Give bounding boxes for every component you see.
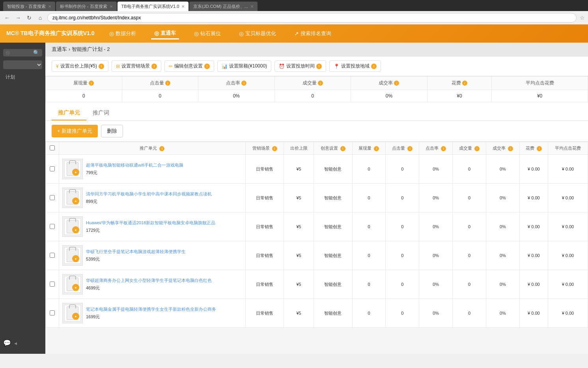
row-spend-5: ¥ 0.00 [519,299,548,328]
row-checkbox-3[interactable] [50,253,55,258]
scene-icon: ⊞ [116,64,120,69]
row-checkbox-4[interactable] [50,282,55,287]
th-spendv-info: i [537,146,542,151]
tab-4-close[interactable]: ✕ [250,4,254,9]
th-impressions: 展现量 i [352,142,386,155]
nav-data-analysis[interactable]: ◎ 数据分析 [106,28,139,39]
row-checkbox-2[interactable] [50,224,55,229]
row-avg-spend-2: ¥ 0.00 [548,212,588,241]
tab-3[interactable]: TB电子商务推广实训系统V1.0 ✕ [118,2,189,11]
row-impressions-1: 0 [352,184,386,212]
row-clicks-4: 0 [386,270,419,299]
sidebar-search-icon[interactable]: 🔍 [33,50,39,56]
sidebar-chat-icon[interactable]: 💬 [3,339,11,347]
product-name-2[interactable]: Huawei/华为畅享平板通适2018新款智能平板电脑安卓电脑旗舰正品 [86,220,215,225]
sidebar-search-box: 🔍 [3,49,42,56]
stat-conversions: 0 [274,90,351,102]
set-budget-btn[interactable]: 📊 设置限额(¥10000) [217,60,271,72]
row-checkbox-cell [46,299,59,328]
breadcrumb: 直通车 › 智能推广计划 - 2 [45,43,588,56]
row-checkbox-0[interactable] [50,166,55,171]
tab-2-close[interactable]: ✕ [110,4,113,9]
row-avg-spend-5: ¥ 0.00 [548,299,588,328]
row-product-info-1: ● 清华同方学习机平板电脑小学生初中高中课本同步视频家教点读机 899元 [59,184,246,212]
row-bid-3: ¥5 [284,241,314,270]
browser-tabs: 智能投放 - 百度搜索 ✕ 标书制作的分 - 百度搜索 ✕ TB电子商务推广实训… [0,0,588,11]
sidebar-menu-plan[interactable]: 计划 [0,71,45,84]
product-image-5: ● [62,303,83,323]
set-schedule-btn[interactable]: ⏰ 设置投放时间 ! [274,60,326,72]
top-nav: MC® TB电子商务推广实训系统V1.0 ◎ 数据分析 ◎ 直通车 ◎ 钻石展位… [0,24,588,43]
row-checkbox-5[interactable] [50,310,55,315]
tab-promotion-unit[interactable]: 推广单元 [52,106,86,120]
row-checkbox-cell [46,212,59,241]
set-bid-ceiling-btn[interactable]: ¥ 设置出价上限(¥5) ! [52,60,108,72]
new-promotion-unit-btn[interactable]: + 新建推广单元 [52,125,98,137]
product-name-5[interactable]: 笔记本电脑金属手提电脑轻薄便携学生女生手新款粉色全新办公商务 [86,307,216,312]
bid-icon: ¥ [56,64,59,69]
set-region-btn[interactable]: 📍 设置投放地域 ! [329,60,381,72]
home-button[interactable]: ⌂ [36,14,44,22]
row-ctr-3: 0% [419,241,453,270]
edit-creative-btn[interactable]: ✏ 编辑创意设置 ! [164,60,214,72]
app-wrapper: MC® TB电子商务推广实训系统V1.0 ◎ 数据分析 ◎ 直通车 ◎ 钻石展位… [0,24,588,354]
row-conversions-0: 0 [453,155,486,184]
baobei-icon: ◎ [239,30,244,37]
nav-zhitongche[interactable]: ◎ 直通车 [151,28,179,39]
sidebar-dropdown[interactable] [3,60,42,69]
row-conv-rate-3: 0% [486,241,519,270]
row-conv-rate-4: 0% [486,270,519,299]
row-bid-2: ¥5 [284,212,314,241]
back-button[interactable]: ← [3,14,11,22]
nav-baobei[interactable]: ◎ 宝贝标题优化 [236,28,279,39]
delete-btn[interactable]: 删除 [101,125,123,137]
nav-search-rank[interactable]: ↗ 搜索排名查询 [291,28,334,39]
product-name-0[interactable]: 超薄平板电脑智能移动联通wifi手机二合一游戏电脑 [86,163,183,167]
product-name-1[interactable]: 清华同方学习机平板电脑小学生初中高中课本同步视频家教点读机 [86,192,212,196]
bookmark-icon[interactable]: ☆ [580,15,585,21]
product-table: 推广单元 i 营销场景 i 出价上限 创意设置 i [45,142,588,328]
row-checkbox-1[interactable] [50,195,55,200]
table-row: ● 华硕飞行堡垒手提笔记本电脑游戏超薄轻薄便携学生 5399元 日常销售 ¥5 … [46,241,588,270]
row-avg-spend-0: ¥ 0.00 [548,155,588,184]
tab-bar: 推广单元 推广词 [45,102,588,121]
th-imp-info: i [374,146,379,151]
sidebar-collapse-icon[interactable]: ◂ [14,340,17,346]
product-price-3: 5399元 [86,256,242,262]
th-avg-spend: 平均点击花费 [548,142,588,155]
reload-button[interactable]: ↻ [25,14,33,22]
main-content: 直通车 › 智能推广计划 - 2 ¥ 设置出价上限(¥5) ! ⊞ 设置营销场景… [45,43,588,354]
forward-button[interactable]: → [14,14,22,22]
stat-avg-spend: ¥0 [492,90,588,102]
th-clicks: 点击量 i [386,142,419,155]
budget-icon: 📊 [222,64,228,69]
table-row: ● 笔记本电脑金属手提电脑轻薄便携学生女生手新款粉色全新办公商务 1699元 日… [46,299,588,328]
address-bar-row: ← → ↻ ⌂ ☆ [0,11,588,24]
breadcrumb-root[interactable]: 直通车 [52,46,67,52]
th-convv-info: i [474,146,480,151]
product-price-5: 1699元 [86,314,242,320]
product-badge-3: ● [72,255,79,262]
sidebar-search-input[interactable] [6,50,33,56]
tab-3-close[interactable]: ✕ [181,4,185,9]
row-ctr-0: 0% [419,155,453,184]
address-input[interactable] [47,13,577,23]
row-impressions-2: 0 [352,212,386,241]
product-image-4: ● [62,274,83,295]
tab-1-close[interactable]: ✕ [48,4,51,9]
product-badge-0: ● [72,169,79,176]
tab-1[interactable]: 智能投放 - 百度搜索 ✕ [3,2,55,11]
set-marketing-scene-btn[interactable]: ⊞ 设置营销场景 ! [112,60,161,72]
row-creative-5: 智能创意 [314,299,352,328]
tab-4[interactable]: 京东(JD.COM) 正品低价、... ✕ [189,2,258,11]
row-bid-0: ¥5 [284,155,314,184]
tab-promotion-word[interactable]: 推广词 [86,106,116,120]
product-name-4[interactable]: 华硕超薄商务办公上网女生小型轻薄学生手提笔记本电脑白色红色 [86,278,212,283]
tab-2[interactable]: 标书制作的分 - 百度搜索 ✕ [56,2,117,11]
select-all-checkbox[interactable] [50,145,55,150]
schedule-icon: ⏰ [279,64,285,69]
product-name-3[interactable]: 华硕飞行堡垒手提笔记本电脑游戏超薄轻薄便携学生 [86,249,186,254]
th-spend: 花费 i [519,142,548,155]
nav-diamond[interactable]: ◎ 钻石展位 [191,28,224,39]
row-impressions-4: 0 [352,270,386,299]
